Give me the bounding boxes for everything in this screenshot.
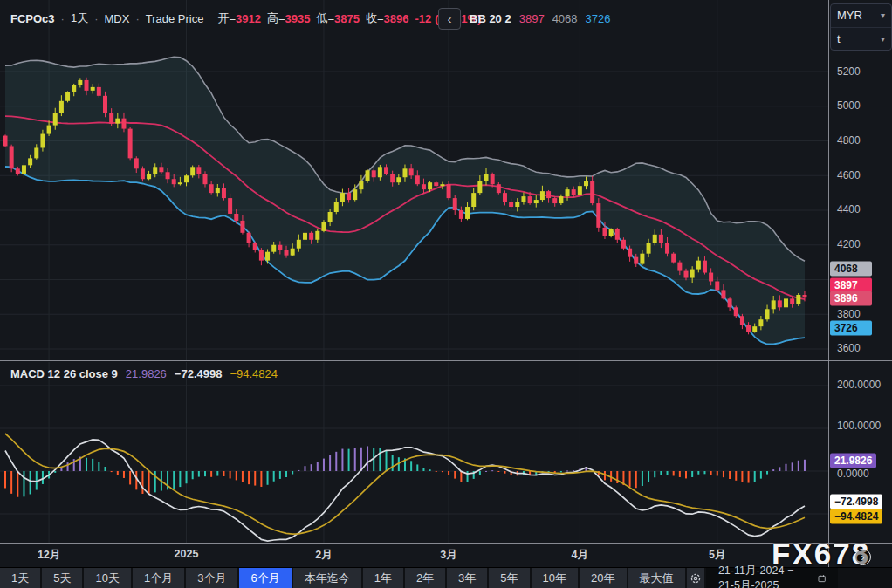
candle-body — [415, 175, 420, 184]
candle-body — [259, 250, 264, 261]
macd-chart[interactable] — [0, 362, 829, 543]
candle-body — [134, 158, 139, 168]
price-chart[interactable] — [0, 0, 829, 360]
macd-histogram-bar — [141, 471, 143, 494]
macd-histogram-bar — [23, 471, 24, 496]
macd-histogram-bar — [254, 471, 256, 486]
range-button-10年[interactable]: 10年 — [532, 568, 578, 588]
macd-histogram-bar — [230, 471, 231, 478]
candle-body — [728, 298, 732, 307]
candle-body — [566, 189, 570, 196]
macd-histogram-bar — [754, 471, 756, 482]
macd-histogram-bar — [635, 471, 637, 488]
candle-body — [159, 167, 163, 172]
back-button[interactable]: ‹ — [438, 8, 461, 30]
candle-body — [615, 229, 620, 240]
bb-mid-value: 3897 — [519, 12, 545, 25]
macd-histogram-bar — [679, 471, 681, 477]
currency-unit-box: MYR ▾ t ▾ — [830, 3, 892, 51]
range-button-1天[interactable]: 1天 — [0, 568, 40, 588]
candle-body — [309, 233, 313, 240]
time-axis-separator — [0, 543, 892, 544]
unit-dropdown[interactable]: t ▾ — [831, 27, 891, 51]
price-chart-canvas[interactable] — [0, 0, 829, 360]
macd-histogram-bar — [98, 462, 99, 471]
candle-body — [572, 189, 576, 195]
axis-price-badge: −72.4998 — [830, 495, 882, 509]
candle-body — [621, 240, 626, 249]
expand-arrow-button[interactable]: › — [854, 549, 871, 565]
time-axis[interactable]: 12月20252月3月4月5月 — [0, 543, 829, 567]
range-buttons: 1天5天10天1个月3个月6个月本年迄今1年2年3年5年10年20年最大值 — [0, 568, 687, 588]
candle-body — [59, 101, 64, 113]
macd-histogram-bar — [10, 471, 12, 494]
macd-histogram-bar — [804, 460, 806, 471]
currency-dropdown[interactable]: MYR ▾ — [831, 4, 891, 27]
candle-body — [740, 316, 744, 325]
macd-histogram-bar — [123, 471, 125, 478]
macd-histogram-bar — [216, 471, 218, 476]
high-value: 3935 — [285, 12, 311, 25]
settings-button[interactable] — [687, 568, 704, 588]
candle-body — [671, 254, 676, 263]
range-button-最大值[interactable]: 最大值 — [628, 568, 685, 588]
candle-body — [772, 300, 776, 309]
calendar-icon — [818, 572, 826, 585]
candle-body — [528, 196, 532, 203]
candle-body — [709, 273, 713, 282]
macd-label: MACD 12 26 close 9 — [10, 367, 118, 380]
macd-histogram-bar — [604, 471, 606, 480]
axis-tick-label: 200.0000 — [837, 379, 881, 391]
range-button-5天[interactable]: 5天 — [42, 568, 82, 588]
macd-histogram-bar — [454, 471, 456, 479]
range-button-3年[interactable]: 3年 — [447, 568, 487, 588]
candle-body — [22, 165, 26, 174]
macd-signal-line — [5, 434, 805, 534]
open-value: 3912 — [236, 12, 261, 25]
candle-body — [552, 198, 557, 203]
candle-body — [34, 147, 38, 158]
macd-histogram-bar — [329, 455, 331, 471]
range-button-20年[interactable]: 20年 — [580, 568, 626, 588]
time-axis-label: 12月 — [38, 548, 60, 563]
range-button-本年迄今[interactable]: 本年迄今 — [293, 568, 361, 588]
range-button-3个月[interactable]: 3个月 — [186, 568, 237, 588]
candle-body — [321, 222, 326, 231]
range-button-6个月[interactable]: 6个月 — [239, 568, 291, 588]
candle-body — [366, 170, 370, 181]
macd-histogram-bar — [54, 471, 56, 473]
macd-histogram-bar — [660, 471, 662, 475]
price-axis[interactable]: 52005000480046004400420038003600200.0000… — [829, 0, 892, 567]
candle-body — [340, 193, 345, 202]
macd-histogram-bar — [223, 471, 224, 476]
range-button-2年[interactable]: 2年 — [405, 568, 445, 588]
candle-body — [746, 325, 751, 332]
candle-body — [396, 177, 401, 182]
candle-body — [509, 202, 513, 207]
pane-separator[interactable] — [0, 360, 892, 361]
macd-histogram-bar — [248, 471, 250, 484]
macd-histogram-bar — [86, 458, 87, 471]
separator: · — [135, 12, 139, 25]
macd-chart-canvas[interactable] — [0, 362, 829, 543]
axis-tick-label: 4400 — [837, 203, 861, 215]
axis-price-badge: −94.4824 — [830, 509, 882, 524]
candle-body — [471, 193, 476, 207]
candle-body — [78, 80, 82, 85]
macd-histogram-bar — [367, 446, 368, 471]
macd-signal-value: −94.4824 — [230, 367, 278, 380]
macd-histogram-bar — [135, 471, 137, 489]
macd-histogram-bar — [485, 471, 487, 472]
macd-histogram-bar — [104, 467, 106, 471]
candle-body — [10, 146, 14, 168]
macd-histogram-bar — [710, 471, 712, 475]
candle-body — [103, 96, 107, 113]
range-button-10天[interactable]: 10天 — [84, 568, 130, 588]
candle-body — [596, 203, 600, 228]
range-button-1个月[interactable]: 1个月 — [133, 568, 184, 588]
range-button-5年[interactable]: 5年 — [489, 568, 529, 588]
candle-body — [372, 170, 376, 177]
candle-body — [491, 174, 495, 184]
macd-line — [5, 440, 805, 541]
range-button-1年[interactable]: 1年 — [363, 568, 403, 588]
